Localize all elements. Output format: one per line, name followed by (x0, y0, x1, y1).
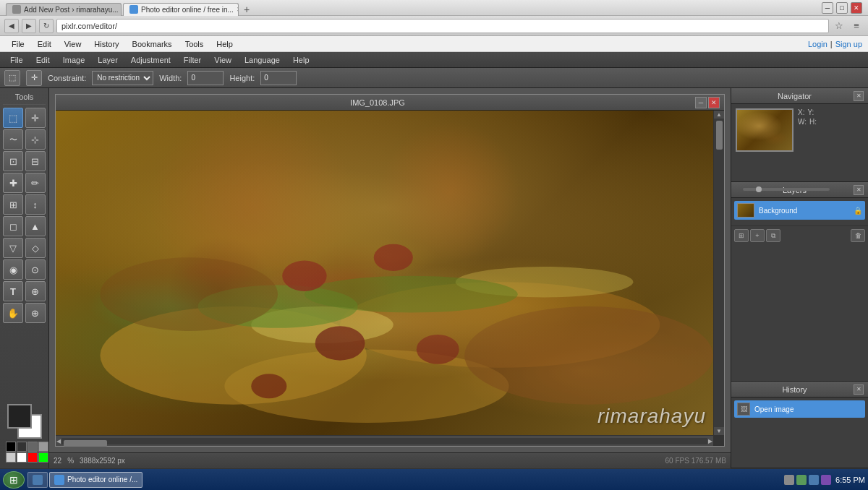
tool-sharpen[interactable]: ◇ (25, 238, 46, 258)
app-menu-adjustment[interactable]: Adjustment (125, 54, 176, 66)
tool-slice[interactable]: ⊟ (25, 151, 46, 171)
tool-replace[interactable]: ↕ (25, 194, 46, 215)
scrollbar-horizontal[interactable]: ◀ ▶ (56, 435, 713, 446)
tool-eraser[interactable]: ◻ (3, 216, 23, 236)
app-menu-help[interactable]: Help (287, 54, 315, 66)
app-menu-filter[interactable]: Filter (178, 54, 207, 66)
tool-wand[interactable]: ⊹ (25, 129, 46, 150)
tool-gradient[interactable]: ▽ (3, 238, 23, 258)
scrollbar-vertical[interactable]: ▲ ▼ (713, 111, 724, 435)
color-8[interactable] (38, 452, 48, 463)
svg-point-13 (100, 257, 278, 331)
back-button[interactable]: ◀ (4, 19, 19, 33)
color-7[interactable] (27, 452, 38, 463)
browser-menu-history[interactable]: History (88, 38, 124, 50)
taskbar-explorer[interactable] (27, 472, 48, 488)
app-menu-file[interactable]: File (4, 54, 29, 66)
minimize-button[interactable]: ─ (822, 2, 833, 14)
tool-zoom[interactable]: ⊕ (25, 303, 46, 323)
taskbar-photo-editor[interactable]: Photo editor online /... (49, 472, 142, 488)
scroll-thumb-v[interactable] (716, 121, 723, 150)
tool-crop[interactable]: ⊡ (3, 151, 23, 171)
canvas-minimize-btn[interactable]: ─ (695, 97, 707, 108)
width-input[interactable] (187, 71, 224, 85)
tab-icon-add-post (12, 5, 21, 14)
address-bar[interactable]: pixlr.com/editor/ (56, 19, 829, 33)
login-link[interactable]: Login (808, 40, 827, 48)
color-3[interactable] (27, 442, 38, 452)
color-1[interactable] (6, 442, 16, 452)
navigator-close-btn[interactable]: ✕ (854, 91, 864, 101)
scroll-left-arrow[interactable]: ◀ (56, 437, 61, 445)
refresh-button[interactable]: ↻ (39, 19, 54, 33)
canvas-close-btn[interactable]: ✕ (708, 97, 720, 108)
tool-brush[interactable]: ✏ (25, 173, 46, 193)
tool-fill[interactable]: ▲ (25, 216, 46, 236)
color-2[interactable] (17, 442, 27, 452)
delete-layer-btn[interactable]: 🗑 (851, 229, 865, 242)
browser-menu-button[interactable]: ≡ (849, 19, 864, 33)
browser-menu-help[interactable]: Help (210, 38, 239, 50)
tool-stamp[interactable]: ⊞ (3, 194, 23, 215)
browser-menu-file[interactable]: File (6, 38, 30, 50)
app-menu-view[interactable]: View (208, 54, 237, 66)
bookmark-button[interactable]: ☆ (832, 19, 846, 33)
new-layer-btn[interactable]: + (750, 229, 765, 242)
app-menu-language[interactable]: Language (239, 54, 286, 66)
tool-liquefy[interactable]: ⊕ (25, 281, 46, 301)
layer-item-background[interactable]: Background 🔒 (734, 201, 865, 220)
app-menu-image[interactable]: Image (57, 54, 91, 66)
tool-select-rect[interactable]: ⬚ (3, 108, 23, 128)
browser-menu-view[interactable]: View (59, 38, 88, 50)
browser-menu-bookmarks[interactable]: Bookmarks (127, 38, 178, 50)
browser-menu-edit[interactable]: Edit (32, 38, 57, 50)
tool-lasso[interactable]: 〜 (3, 129, 23, 150)
browser-menu-tools[interactable]: Tools (179, 38, 210, 50)
tray-icon-1[interactable] (784, 475, 794, 485)
maximize-button[interactable]: □ (836, 2, 848, 14)
app-menu-edit[interactable]: Edit (30, 54, 56, 66)
layers-panel: Layers ✕ Background 🔒 ⊞ + ⧉ 🗑 (731, 182, 868, 382)
layers-footer: ⊞ + ⧉ 🗑 (731, 225, 868, 245)
tray-icon-2[interactable] (796, 475, 807, 485)
constraint-select[interactable]: No restriction (92, 71, 153, 85)
tool-red-eye[interactable]: ◉ (3, 259, 23, 280)
scroll-track-v[interactable] (714, 119, 724, 427)
tool-hand[interactable]: ✋ (3, 303, 23, 323)
tray-icon-4[interactable] (821, 475, 831, 485)
layers-close-btn[interactable]: ✕ (854, 185, 864, 195)
history-item-open[interactable]: 🖼 Open image (734, 400, 865, 418)
new-group-btn[interactable]: ⊞ (734, 229, 749, 242)
tab-add-post[interactable]: Add New Post › rimarahayu... ✕ (6, 3, 122, 16)
height-input[interactable] (260, 71, 297, 85)
nav-thumb-inner (737, 110, 792, 150)
toolbar-select-btn[interactable]: ⬚ (4, 70, 20, 86)
scroll-down-arrow[interactable]: ▼ (715, 427, 723, 435)
start-button[interactable]: ⊞ (3, 471, 25, 489)
forward-button[interactable]: ▶ (22, 19, 36, 33)
scroll-right-arrow[interactable]: ▶ (707, 437, 713, 445)
tool-heal[interactable]: ✚ (3, 173, 23, 193)
tool-text[interactable]: T (3, 281, 23, 301)
duplicate-layer-btn[interactable]: ⧉ (766, 229, 780, 242)
color-grid (6, 442, 43, 463)
color-6[interactable] (17, 452, 27, 463)
app-menu-layer[interactable]: Layer (92, 54, 124, 66)
tab-close-active-btn[interactable]: ✕ (237, 6, 239, 13)
history-close-btn[interactable]: ✕ (854, 384, 864, 395)
scroll-track-h[interactable] (61, 438, 707, 444)
tool-move[interactable]: ✛ (25, 108, 46, 128)
zoom-slider[interactable] (743, 188, 829, 191)
tray-icon-3[interactable] (809, 475, 819, 485)
scroll-thumb-h[interactable] (64, 440, 107, 447)
toolbar-move-btn[interactable]: ✛ (26, 70, 42, 86)
color-5[interactable] (6, 452, 16, 463)
tool-smudge[interactable]: ⊙ (25, 259, 46, 280)
close-button[interactable]: ✕ (851, 2, 862, 14)
tab-photo-editor[interactable]: Photo editor online / free in... ✕ (123, 3, 239, 16)
scroll-up-arrow[interactable]: ▲ (715, 111, 723, 119)
signup-link[interactable]: Sign up (835, 40, 862, 48)
new-tab-button[interactable]: + (240, 3, 253, 16)
foreground-color-swatch[interactable] (7, 404, 32, 429)
color-4[interactable] (38, 442, 48, 452)
